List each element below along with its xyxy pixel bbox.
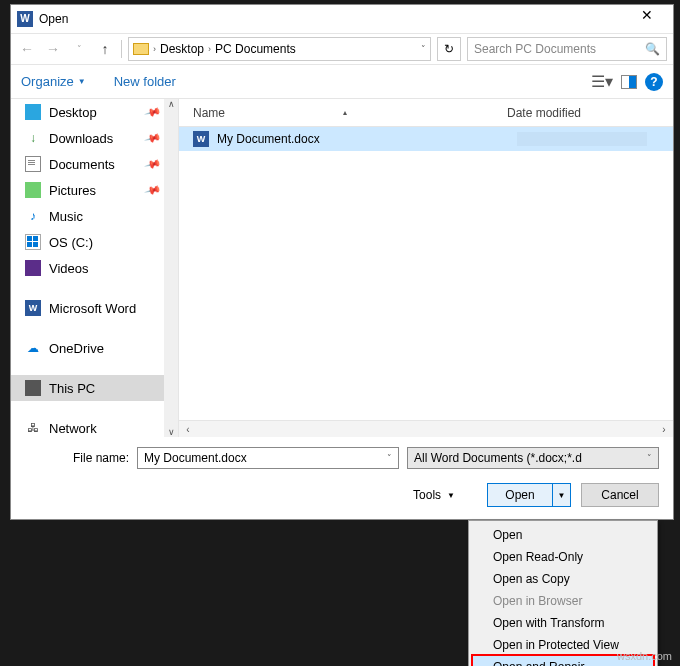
sidebar-item-pictures[interactable]: Pictures📌	[11, 177, 178, 203]
column-headers[interactable]: Name ▴ Date modified	[179, 99, 673, 127]
sidebar-item-onedrive[interactable]: OneDrive	[11, 335, 178, 361]
sidebar-item-documents[interactable]: Documents📌	[11, 151, 178, 177]
menu-open-transform[interactable]: Open with Transform	[471, 612, 655, 634]
sidebar-item-desktop[interactable]: Desktop📌	[11, 99, 178, 125]
search-icon: 🔍	[645, 42, 660, 56]
desktop-icon	[25, 104, 41, 120]
chevron-right-icon: ›	[153, 44, 156, 54]
file-name: My Document.docx	[217, 132, 509, 146]
chevron-right-icon: ›	[208, 44, 211, 54]
refresh-button[interactable]: ↻	[437, 37, 461, 61]
word-file-icon: W	[193, 131, 209, 147]
breadcrumb-desktop[interactable]: Desktop	[160, 42, 204, 56]
organize-button[interactable]: Organize▼	[21, 74, 86, 89]
toolbar: Organize▼ New folder ☰▾ ?	[11, 65, 673, 99]
col-name[interactable]: Name	[193, 106, 503, 120]
file-date	[517, 132, 647, 146]
title-bar: W Open ✕	[11, 5, 673, 33]
nav-bar: ← → ˅ ↑ › Desktop › PC Documents ˅ ↻ Sea…	[11, 33, 673, 65]
sidebar-item-videos[interactable]: Videos	[11, 255, 178, 281]
caret-down-icon: ˅	[387, 453, 392, 463]
drive-icon	[25, 234, 41, 250]
tools-button[interactable]: Tools▼	[413, 488, 455, 502]
network-icon	[25, 420, 41, 436]
pin-icon: 📌	[144, 155, 163, 173]
close-button[interactable]: ✕	[627, 7, 667, 31]
thispc-icon	[25, 380, 41, 396]
help-button[interactable]: ?	[645, 73, 663, 91]
sort-indicator-icon: ▴	[343, 108, 347, 117]
watermark: wsxdn.com	[617, 650, 672, 662]
pin-icon: 📌	[144, 181, 163, 199]
view-options-button[interactable]: ☰▾	[591, 72, 613, 91]
cancel-button[interactable]: Cancel	[581, 483, 659, 507]
separator	[121, 40, 122, 58]
word-icon: W	[25, 300, 41, 316]
breadcrumb-dropdown[interactable]: ˅	[421, 44, 426, 54]
pin-icon: 📌	[144, 129, 163, 147]
horizontal-scrollbar[interactable]: ‹›	[179, 420, 673, 437]
search-placeholder: Search PC Documents	[474, 42, 596, 56]
open-dropdown-menu: Open Open Read-Only Open as Copy Open in…	[468, 520, 658, 666]
open-split-button[interactable]: ▼	[552, 484, 570, 506]
sidebar-scrollbar[interactable]: ∧∨	[164, 99, 178, 437]
caret-down-icon: ▼	[78, 77, 86, 86]
folder-icon	[133, 43, 149, 55]
caret-down-icon: ˅	[647, 453, 652, 463]
history-dropdown[interactable]: ˅	[69, 39, 89, 59]
back-button[interactable]: ←	[17, 39, 37, 59]
breadcrumb[interactable]: › Desktop › PC Documents ˅	[128, 37, 431, 61]
pictures-icon	[25, 182, 41, 198]
download-icon	[25, 130, 41, 146]
col-date[interactable]: Date modified	[507, 106, 581, 120]
sidebar-item-network[interactable]: Network	[11, 415, 178, 437]
filename-input[interactable]: My Document.docx ˅	[137, 447, 399, 469]
sidebar-item-downloads[interactable]: Downloads📌	[11, 125, 178, 151]
menu-open-copy[interactable]: Open as Copy	[471, 568, 655, 590]
sidebar-item-thispc[interactable]: This PC	[11, 375, 178, 401]
filetype-combo[interactable]: All Word Documents (*.docx;*.d ˅	[407, 447, 659, 469]
music-icon	[25, 208, 41, 224]
search-input[interactable]: Search PC Documents 🔍	[467, 37, 667, 61]
up-button[interactable]: ↑	[95, 39, 115, 59]
word-app-icon: W	[17, 11, 33, 27]
menu-open-readonly[interactable]: Open Read-Only	[471, 546, 655, 568]
dialog-footer: File name: My Document.docx ˅ All Word D…	[11, 437, 673, 519]
window-title: Open	[39, 12, 627, 26]
forward-button[interactable]: →	[43, 39, 63, 59]
sidebar-item-word[interactable]: WMicrosoft Word	[11, 295, 178, 321]
open-dialog: W Open ✕ ← → ˅ ↑ › Desktop › PC Document…	[10, 4, 674, 520]
new-folder-button[interactable]: New folder	[114, 74, 176, 89]
videos-icon	[25, 260, 41, 276]
document-icon	[25, 156, 41, 172]
menu-open[interactable]: Open	[471, 524, 655, 546]
preview-pane-button[interactable]	[621, 75, 637, 89]
file-row[interactable]: W My Document.docx	[179, 127, 673, 151]
sidebar: Desktop📌 Downloads📌 Documents📌 Pictures📌…	[11, 99, 179, 437]
open-button[interactable]: Open ▼	[487, 483, 571, 507]
menu-open-browser: Open in Browser	[471, 590, 655, 612]
file-list: Name ▴ Date modified W My Document.docx …	[179, 99, 673, 437]
caret-down-icon: ▼	[447, 491, 455, 500]
sidebar-item-music[interactable]: Music	[11, 203, 178, 229]
onedrive-icon	[25, 340, 41, 356]
pin-icon: 📌	[144, 103, 163, 121]
sidebar-item-os[interactable]: OS (C:)	[11, 229, 178, 255]
breadcrumb-pcdocs[interactable]: PC Documents	[215, 42, 296, 56]
filename-label: File name:	[25, 451, 129, 465]
